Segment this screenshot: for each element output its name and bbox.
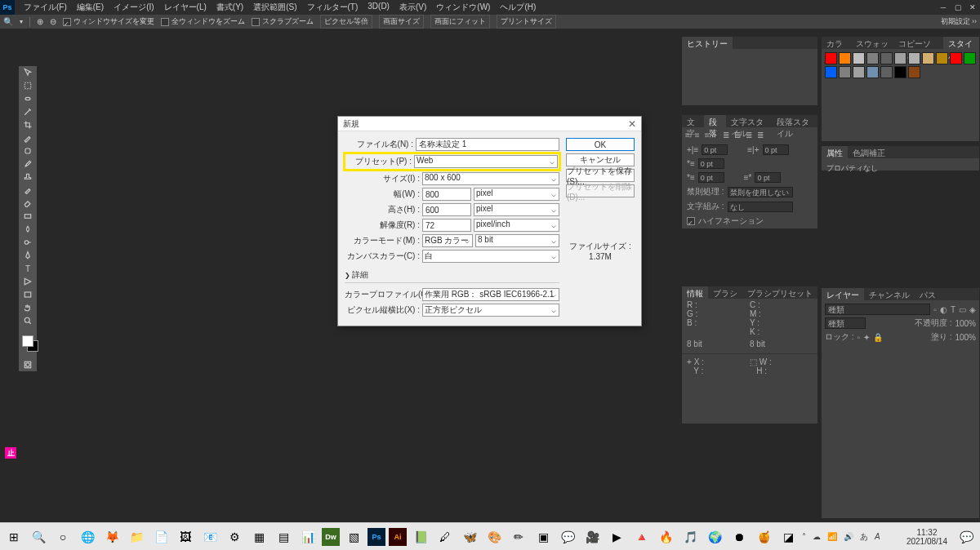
hand-tool[interactable] [19,301,37,314]
fill-screen-button[interactable]: 画面にフィット [430,15,490,29]
filter-smart-icon[interactable]: ◈ [969,305,976,314]
blend-mode-select[interactable]: 種類 [825,317,866,329]
tray-chevron-icon[interactable]: ˄ [802,532,806,541]
canvas-color-select[interactable]: 白 [422,250,559,263]
pixel-ratio-select[interactable]: 正方形ピクセル [422,304,559,317]
start-button[interactable]: ⊞ [3,526,24,548]
settings-icon[interactable]: ⚙ [224,526,245,548]
lasso-tool[interactable] [19,92,37,105]
maximize-button[interactable]: ▢ [951,2,965,13]
mojikumi-select[interactable]: なし [728,202,793,212]
marquee-tool[interactable] [19,79,37,92]
style-swatch[interactable] [853,66,865,78]
tray-cloud-icon[interactable]: ☁ [813,532,821,541]
color-swatches[interactable] [20,334,35,357]
menu-window[interactable]: ウィンドウ(W) [432,0,494,15]
pen-tool[interactable] [19,249,37,262]
print-size-button[interactable]: プリントサイズ [497,15,556,29]
chrome-icon[interactable]: 🌐 [77,526,98,548]
minimize-button[interactable]: ─ [936,2,951,13]
brush-tool[interactable] [19,157,37,171]
style-swatch[interactable] [922,52,934,64]
zoom-all-checkbox[interactable] [161,18,169,26]
align-right-icon[interactable]: ≡ [705,131,710,140]
style-swatch[interactable] [825,52,837,64]
app-icon-7[interactable]: ✏ [508,526,529,548]
bitdepth-select[interactable]: 8 bit [475,234,559,247]
indent-left-input[interactable] [702,144,728,155]
size-select[interactable]: 800 x 600 [422,172,559,185]
swatches-tab[interactable]: スウォッチ [851,37,893,49]
history-tab[interactable]: ヒストリー [682,37,733,49]
align-left-icon[interactable]: ≡ [685,131,690,140]
color-profile-select[interactable]: 作業用 RGB： sRGB IEC61966-2.1 [422,288,559,301]
shape-tool[interactable] [19,288,37,301]
tray-font-icon[interactable]: A [875,532,880,541]
lock-all-icon[interactable]: 🔒 [873,333,883,342]
dodge-tool[interactable] [19,236,37,249]
workspace-switcher[interactable]: 初期設定 ›› [941,16,978,27]
resize-window-checkbox[interactable] [63,18,71,26]
app-icon-14[interactable]: ◪ [777,526,799,548]
wand-tool[interactable] [19,105,37,118]
channels-tab[interactable]: チャンネル [864,288,915,300]
style-swatch[interactable] [908,66,920,78]
eyedropper-tool[interactable] [19,131,37,144]
width-input[interactable] [422,188,471,201]
brush-preset-tab[interactable]: ブラシプリセット [742,286,817,299]
menu-view[interactable]: 表示(V) [395,0,430,15]
style-swatch[interactable] [880,66,893,78]
tray-network-icon[interactable]: 📶 [827,532,837,541]
type-tool[interactable]: T [19,262,37,275]
app-icon-5[interactable]: 🦋 [459,526,480,548]
ok-button[interactable]: OK [566,138,635,151]
app-icon-12[interactable]: 🌍 [704,526,725,548]
filter-type-icon[interactable]: T [951,305,956,314]
style-swatch[interactable] [908,52,920,64]
excel-icon[interactable]: 📗 [410,526,431,548]
app-icon-2[interactable]: ▤ [273,526,294,548]
notepad-icon[interactable]: 📄 [150,526,172,548]
path-tool[interactable] [19,275,37,288]
advanced-toggle[interactable]: 詳細 [345,268,559,283]
menu-edit[interactable]: 編集(E) [73,0,108,15]
skype-icon[interactable]: 💬 [557,526,578,548]
brush-tab[interactable]: ブラシ [708,286,742,299]
style-swatch[interactable] [866,52,879,64]
justify-center-icon[interactable]: ≣ [734,131,741,140]
ime-indicator[interactable]: 止 [5,447,16,459]
style-swatch[interactable] [825,66,837,78]
menu-help[interactable]: ヘルプ(H) [496,0,540,15]
justify-left-icon[interactable]: ≣ [723,131,729,140]
app-icon-3[interactable]: 📊 [297,526,318,548]
notifications-icon[interactable]: 💬 [956,526,977,548]
filter-shape-icon[interactable]: ▭ [959,305,966,314]
search-icon[interactable]: 🔍 [28,526,49,548]
menu-3d[interactable]: 3D(D) [363,0,394,15]
style-swatch[interactable] [894,52,906,64]
app-icon-11[interactable]: 🎵 [679,526,701,548]
space-after-input[interactable] [755,172,781,183]
info-tab[interactable]: 情報 [682,286,708,299]
style-swatch[interactable] [936,52,948,64]
justify-right-icon[interactable]: ≣ [746,131,752,140]
move-tool[interactable] [19,66,37,79]
indent-right-input[interactable] [763,144,789,155]
gradient-tool[interactable] [19,210,37,223]
menu-filter[interactable]: フィルター(T) [303,0,363,15]
filter-adjust-icon[interactable]: ◐ [940,305,947,314]
menu-layer[interactable]: レイヤー(L) [160,0,211,15]
photos-icon[interactable]: 🖼 [175,526,196,548]
char-tab[interactable]: 文字 [682,115,704,127]
layers-tab[interactable]: レイヤー [822,288,864,300]
app-icon-1[interactable]: ▦ [248,526,270,548]
properties-tab[interactable]: 属性 [822,146,848,158]
explorer-icon[interactable]: 📁 [126,526,147,548]
dreamweaver-icon[interactable]: Dw [322,528,340,546]
app-icon-9[interactable]: ▶ [606,526,627,548]
menu-type[interactable]: 書式(Y) [212,0,247,15]
sublime-icon[interactable]: ▧ [343,526,364,548]
vlc-icon[interactable]: 🔺 [630,526,652,548]
history-brush-tool[interactable] [19,184,37,197]
para-style-tab[interactable]: 段落スタイル [772,115,817,127]
